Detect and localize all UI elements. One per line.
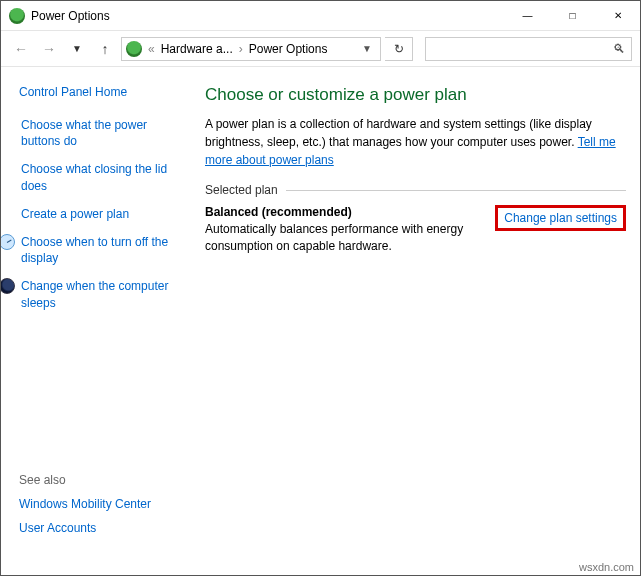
control-panel-home-link[interactable]: Control Panel Home bbox=[19, 85, 189, 99]
change-plan-settings-link[interactable]: Change plan settings bbox=[495, 205, 626, 231]
see-also-heading: See also bbox=[19, 473, 189, 487]
recent-locations-button[interactable]: ▼ bbox=[65, 37, 89, 61]
sidebar-task-list: Choose what the power buttons do Choose … bbox=[19, 117, 189, 311]
sidebar-item-label: Choose what the power buttons do bbox=[21, 117, 189, 149]
selected-plan-heading: Selected plan bbox=[205, 183, 626, 197]
breadcrumb-arrow-icon: › bbox=[237, 42, 245, 56]
plan-row: Balanced (recommended) Automatically bal… bbox=[205, 205, 626, 255]
up-button[interactable]: ↑ bbox=[93, 37, 117, 61]
sidebar-item-computer-sleeps[interactable]: Change when the computer sleeps bbox=[19, 278, 189, 310]
content-body: Control Panel Home Choose what the power… bbox=[1, 67, 640, 557]
title-bar: Power Options — □ ✕ bbox=[1, 1, 640, 31]
page-heading: Choose or customize a power plan bbox=[205, 85, 626, 105]
sidebar-item-label: Choose when to turn off the display bbox=[21, 234, 189, 266]
sidebar-item-label: Change when the computer sleeps bbox=[21, 278, 189, 310]
address-dropdown-icon[interactable]: ▼ bbox=[358, 43, 376, 54]
main-content: Choose or customize a power plan A power… bbox=[201, 67, 640, 557]
sidebar-item-turn-off-display[interactable]: Choose when to turn off the display bbox=[19, 234, 189, 266]
plan-name: Balanced (recommended) bbox=[205, 205, 483, 219]
search-icon: 🔍︎ bbox=[613, 42, 625, 56]
sidebar-item-label: Choose what closing the lid does bbox=[21, 161, 189, 193]
location-icon bbox=[126, 41, 142, 57]
clock-icon bbox=[0, 234, 15, 250]
plan-info: Balanced (recommended) Automatically bal… bbox=[205, 205, 483, 255]
breadcrumb-sep-icon: « bbox=[146, 42, 157, 56]
divider bbox=[286, 190, 626, 191]
power-options-icon bbox=[9, 8, 25, 24]
plan-description: Automatically balances performance with … bbox=[205, 221, 483, 255]
sidebar-item-create-plan[interactable]: Create a power plan bbox=[19, 206, 189, 222]
watermark: wsxdn.com bbox=[579, 561, 634, 573]
sidebar-item-label: Create a power plan bbox=[21, 206, 129, 222]
moon-icon bbox=[0, 278, 15, 294]
back-button[interactable]: ← bbox=[9, 37, 33, 61]
window-controls: — □ ✕ bbox=[505, 1, 640, 30]
close-button[interactable]: ✕ bbox=[595, 1, 640, 30]
maximize-button[interactable]: □ bbox=[550, 1, 595, 30]
minimize-button[interactable]: — bbox=[505, 1, 550, 30]
section-label: Selected plan bbox=[205, 183, 278, 197]
sidebar-item-power-buttons[interactable]: Choose what the power buttons do bbox=[19, 117, 189, 149]
see-also-mobility-center[interactable]: Windows Mobility Center bbox=[19, 497, 189, 511]
sidebar-item-closing-lid[interactable]: Choose what closing the lid does bbox=[19, 161, 189, 193]
see-also-section: See also Windows Mobility Center User Ac… bbox=[19, 443, 189, 545]
window-title: Power Options bbox=[31, 9, 505, 23]
forward-button[interactable]: → bbox=[37, 37, 61, 61]
page-description: A power plan is a collection of hardware… bbox=[205, 115, 626, 169]
description-text: A power plan is a collection of hardware… bbox=[205, 117, 592, 149]
navigation-bar: ← → ▼ ↑ « Hardware a... › Power Options … bbox=[1, 31, 640, 67]
breadcrumb-level1[interactable]: Hardware a... bbox=[161, 42, 233, 56]
sidebar: Control Panel Home Choose what the power… bbox=[1, 67, 201, 557]
breadcrumb-level2[interactable]: Power Options bbox=[249, 42, 328, 56]
see-also-user-accounts[interactable]: User Accounts bbox=[19, 521, 189, 535]
search-input[interactable]: 🔍︎ bbox=[425, 37, 632, 61]
refresh-button[interactable]: ↻ bbox=[385, 37, 413, 61]
address-bar[interactable]: « Hardware a... › Power Options ▼ bbox=[121, 37, 381, 61]
